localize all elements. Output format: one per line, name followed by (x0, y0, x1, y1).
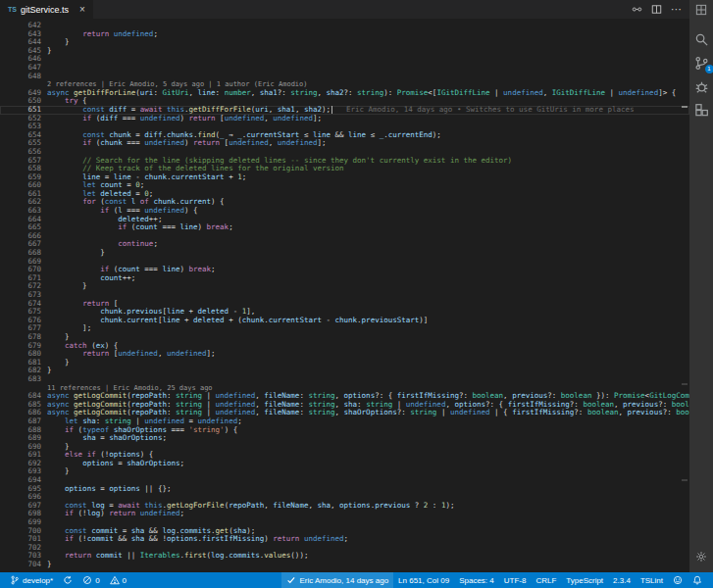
code-line[interactable]: 672 } (0, 282, 689, 291)
debug-icon[interactable] (694, 79, 709, 94)
code-line[interactable]: 703 return commit || Iterables.first(log… (0, 552, 689, 561)
search-icon[interactable] (694, 32, 709, 47)
code-text[interactable]: line = line - chunk.currentStart + 1; (47, 173, 689, 182)
sync-status[interactable] (58, 572, 77, 588)
code-line[interactable]: 694 (0, 476, 689, 485)
code-line[interactable]: 643 return undefined; (0, 30, 689, 39)
code-line[interactable]: 662 for (const l of chunk.current) { (0, 198, 689, 207)
tab-gitservice[interactable]: TS gitService.ts × (0, 0, 93, 19)
code-text[interactable]: continue; (47, 240, 689, 249)
code-line[interactable]: 644 } (0, 38, 689, 47)
code-text[interactable]: return [undefined, undefined]; (47, 350, 689, 359)
code-line[interactable]: 698 if (!log) return undefined; (0, 510, 689, 518)
code-line[interactable]: 675 chunk.previous[line + deleted - 1], (0, 308, 689, 317)
code-text[interactable]: else if (!options) { (47, 451, 689, 460)
code-line[interactable]: 680 return [undefined, undefined]; (0, 350, 689, 359)
code-text[interactable] (47, 232, 689, 241)
settings-gear-icon[interactable] (695, 551, 707, 563)
code-line[interactable]: 665 if (count === line) break; (0, 223, 689, 232)
git-branch-status[interactable]: develop* (5, 572, 58, 588)
code-line[interactable]: 653 (0, 122, 689, 131)
code-text[interactable]: async getLogCommit(repoPath: string | un… (47, 409, 689, 417)
code-line[interactable]: 701 if (!commit && sha && !options.first… (0, 535, 689, 544)
open-changes-button[interactable] (632, 4, 642, 15)
code-text[interactable] (47, 73, 689, 81)
code-text[interactable]: if (!commit && sha && !options.firstIfMi… (47, 535, 689, 544)
code-text[interactable]: count++; (47, 274, 689, 283)
code-text[interactable] (47, 544, 689, 553)
code-text[interactable] (47, 55, 689, 64)
code-text[interactable] (47, 476, 689, 485)
code-editor[interactable]: 642643 return undefined;644 }645}6466476… (0, 19, 689, 572)
code-text[interactable]: if (typeof shaOrOptions === 'string') { (47, 426, 689, 435)
code-text[interactable]: async getLogCommit(repoPath: string | un… (47, 392, 689, 401)
code-line[interactable]: 700 const commit = sha && log.commits.ge… (0, 527, 689, 536)
code-text[interactable]: } (47, 333, 689, 342)
code-line[interactable]: 686async getLogCommit(repoPath: string |… (0, 409, 689, 417)
code-text[interactable]: } (47, 467, 689, 476)
code-text[interactable]: if (!log) return undefined; (47, 510, 689, 518)
code-line[interactable]: 654 const chunk = diff.chunks.find(_ ⇒ _… (0, 131, 689, 140)
code-text[interactable]: // Keep track of the deleted lines for t… (47, 165, 689, 173)
code-text[interactable]: } (47, 561, 689, 569)
code-line[interactable]: 690 } (0, 443, 689, 452)
code-line[interactable]: 650 try { (0, 97, 689, 106)
code-line[interactable]: 659 line = line - chunk.currentStart + 1… (0, 173, 689, 182)
code-text[interactable]: chunk.previous[line + deleted - 1], (47, 308, 689, 317)
code-line[interactable]: 667 continue; (0, 240, 689, 249)
tab-close-icon[interactable]: × (79, 4, 85, 15)
code-line[interactable]: 684async getLogCommit(repoPath: string |… (0, 392, 689, 401)
code-text[interactable] (47, 258, 689, 267)
code-line[interactable]: 704} (0, 561, 689, 569)
line-number[interactable]: 648 (0, 73, 47, 81)
code-line[interactable]: 664 deleted++; (0, 216, 689, 224)
code-text[interactable]: async getLogCommit(repoPath: string | un… (47, 401, 689, 410)
code-line[interactable]: 695 options = options || {}; (0, 485, 689, 494)
code-line[interactable]: 678 } (0, 333, 689, 342)
code-text[interactable] (47, 122, 689, 131)
errors-status[interactable]: 0 (77, 572, 104, 588)
code-line[interactable]: 689 sha = shaOrOptions; (0, 434, 689, 443)
indentation-status[interactable]: Spaces: 4 (454, 572, 499, 588)
extensions-icon[interactable] (694, 103, 709, 118)
code-line[interactable]: 668 } (0, 249, 689, 258)
language-status[interactable]: TypeScript (561, 572, 608, 588)
code-line[interactable]: 692 options = shaOrOptions; (0, 460, 689, 468)
code-text[interactable]: const chunk = diff.chunks.find(_ ⇒ _.cur… (47, 131, 689, 140)
code-text[interactable]: if (diff === undefined) return [undefine… (47, 115, 689, 123)
code-line[interactable]: 673 (0, 291, 689, 300)
code-text[interactable]: } (47, 367, 689, 375)
code-text[interactable]: } (47, 47, 689, 56)
notifications-bell-icon[interactable] (688, 572, 707, 588)
code-text[interactable]: if (chunk === undefined) return [undefin… (47, 139, 689, 148)
code-line[interactable]: 645} (0, 47, 689, 56)
code-text[interactable] (47, 64, 689, 73)
code-line[interactable]: 652 if (diff === undefined) return [unde… (0, 115, 689, 123)
codelens-link[interactable]: 11 references | Eric Amodio, 25 days ago (47, 384, 689, 393)
split-editor-button[interactable] (651, 4, 662, 15)
eol-status[interactable]: CRLF (531, 572, 561, 588)
gitlens-blame-status[interactable]: Eric Amodio, 14 days ago (281, 572, 393, 588)
code-text[interactable]: return commit || Iterables.first(log.com… (47, 552, 689, 561)
code-line[interactable]: 696 (0, 493, 689, 502)
code-line[interactable]: 683 (0, 375, 689, 384)
code-line[interactable]: 655 if (chunk === undefined) return [und… (0, 139, 689, 148)
code-line[interactable]: 682} (0, 367, 689, 375)
code-text[interactable] (47, 22, 689, 30)
code-text[interactable]: ]; (47, 324, 689, 333)
code-text[interactable]: } (47, 38, 689, 47)
code-line[interactable]: 693 } (0, 467, 689, 476)
code-line[interactable]: 691 else if (!options) { (0, 451, 689, 460)
tslint-status[interactable]: TSLint (636, 572, 668, 588)
code-text[interactable]: let count = 0; (47, 181, 689, 190)
code-line[interactable]: 660 let count = 0; (0, 181, 689, 190)
code-line[interactable]: 656 (0, 148, 689, 157)
ts-version-status[interactable]: 2.3.4 (608, 572, 636, 588)
code-text[interactable]: async getDiffForLine(uri: GitUri, line: … (47, 89, 689, 98)
code-line[interactable]: 674 return [ (0, 300, 689, 309)
code-line[interactable]: 642 (0, 22, 689, 30)
code-text[interactable]: options = shaOrOptions; (47, 460, 689, 468)
code-text[interactable]: let deleted = 0; (47, 190, 689, 199)
code-text[interactable]: options = options || {}; (47, 485, 689, 494)
codelens-link[interactable]: 2 references | Eric Amodio, 5 days ago |… (47, 80, 689, 89)
